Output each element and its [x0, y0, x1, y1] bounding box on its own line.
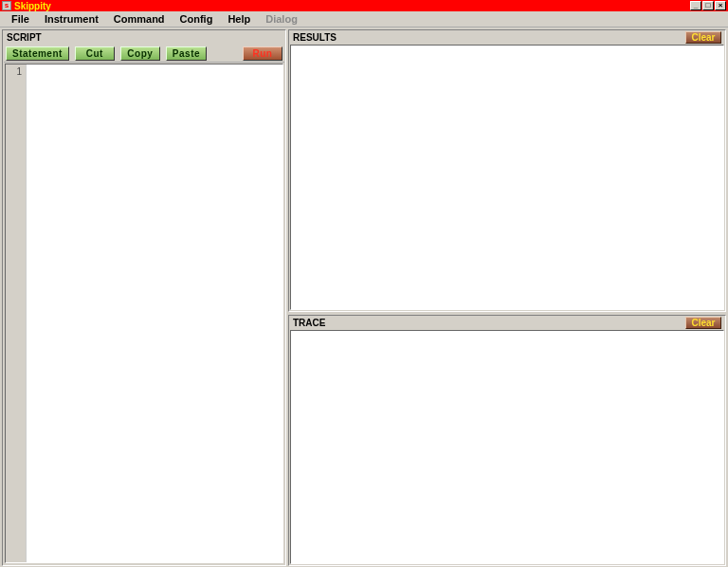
menu-file[interactable]: File: [4, 12, 37, 26]
gutter-line-1: 1: [6, 66, 22, 77]
results-clear-button[interactable]: Clear: [685, 31, 721, 44]
results-panel: RESULTS Clear: [288, 29, 726, 312]
menu-dialog: Dialog: [258, 12, 305, 26]
cut-button[interactable]: Cut: [75, 46, 115, 61]
script-gutter: 1: [6, 64, 27, 562]
results-panel-title: RESULTS: [293, 32, 337, 43]
script-toolbar: Statement Cut Copy Paste Run: [4, 45, 284, 63]
script-panel-header: SCRIPT: [3, 30, 285, 44]
left-column: SCRIPT Statement Cut Copy Paste Run 1: [2, 29, 286, 566]
results-output[interactable]: [290, 45, 724, 310]
script-editor[interactable]: [27, 64, 282, 562]
menu-instrument[interactable]: Instrument: [37, 12, 106, 26]
results-panel-header: RESULTS Clear: [289, 30, 725, 44]
trace-clear-button[interactable]: Clear: [685, 317, 721, 329]
statement-button[interactable]: Statement: [6, 46, 69, 61]
right-column: RESULTS Clear TRACE Clear: [288, 29, 726, 566]
script-editor-wrap: 1: [5, 64, 283, 563]
workarea: SCRIPT Statement Cut Copy Paste Run 1: [0, 27, 728, 567]
trace-panel: TRACE Clear: [288, 315, 726, 566]
script-panel-title: SCRIPT: [7, 32, 42, 43]
menu-config[interactable]: Config: [173, 12, 221, 26]
script-panel: SCRIPT Statement Cut Copy Paste Run 1: [2, 29, 286, 566]
paste-button[interactable]: Paste: [166, 46, 207, 61]
menu-command[interactable]: Command: [106, 12, 173, 26]
menu-help[interactable]: Help: [220, 12, 258, 26]
trace-panel-title: TRACE: [293, 318, 325, 328]
window-title: Skippity: [14, 1, 51, 11]
trace-panel-header: TRACE Clear: [289, 316, 725, 329]
copy-button[interactable]: Copy: [120, 46, 160, 61]
run-button[interactable]: Run: [243, 46, 282, 61]
menubar: File Instrument Command Config Help Dial…: [0, 11, 728, 27]
window-titlebar: s Skippity _ □ ×: [0, 0, 728, 11]
maximize-button[interactable]: □: [702, 1, 714, 10]
minimize-button[interactable]: _: [690, 1, 701, 10]
app-icon: s: [2, 1, 11, 10]
close-button[interactable]: ×: [715, 1, 726, 10]
trace-output[interactable]: [290, 330, 724, 564]
